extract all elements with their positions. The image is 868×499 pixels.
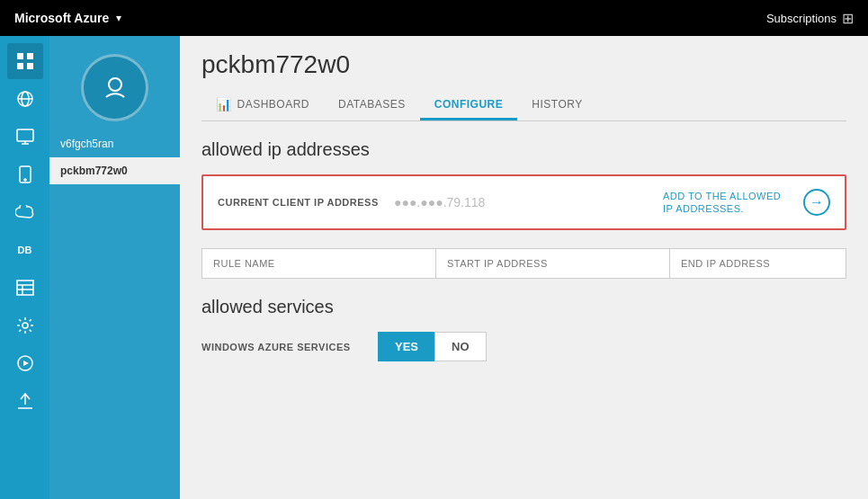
tab-bar: 📊 DASHBOARD DATABASES CONFIGURE HISTORY [201, 90, 846, 121]
sidebar: DB [0, 36, 49, 499]
tab-databases[interactable]: DATABASES [324, 91, 420, 120]
nav-panel: v6fgch5ran pckbm772w0 [49, 36, 180, 499]
add-ip-link[interactable]: ADD TO THE ALLOWED IP ADDRESSES. [663, 190, 789, 216]
sidebar-icon-database[interactable]: DB [7, 232, 43, 268]
svg-point-21 [109, 78, 121, 91]
svg-marker-18 [23, 361, 29, 366]
sidebar-icon-table[interactable] [7, 270, 43, 306]
page-title: pckbm772w0 [201, 50, 846, 79]
sidebar-icon-grid[interactable] [7, 43, 43, 79]
current-ip-box: CURRENT CLIENT IP ADDRESS ●●●.●●●.79.118… [201, 174, 846, 230]
yes-no-toggle: YES NO [378, 332, 487, 361]
allowed-services-title: allowed services [201, 297, 846, 317]
topbar-chevron[interactable]: ▾ [116, 12, 121, 24]
start-ip-input[interactable] [435, 248, 669, 279]
content-body: allowed ip addresses CURRENT CLIENT IP A… [180, 121, 868, 499]
sidebar-icon-monitor[interactable] [7, 119, 43, 155]
windows-azure-label: WINDOWS AZURE SERVICES [201, 342, 363, 352]
svg-rect-1 [27, 53, 33, 59]
content-area: pckbm772w0 📊 DASHBOARD DATABASES CONFIGU… [180, 36, 868, 499]
svg-point-16 [22, 323, 28, 328]
current-ip-label: CURRENT CLIENT IP ADDRESS [218, 197, 380, 208]
dashboard-icon: 📊 [216, 97, 232, 111]
topbar: Microsoft Azure ▾ Subscriptions ⊞ [0, 0, 868, 36]
content-header: pckbm772w0 📊 DASHBOARD DATABASES CONFIGU… [180, 36, 868, 121]
subscriptions-icon: ⊞ [842, 10, 854, 27]
sidebar-icon-mobile[interactable] [7, 156, 43, 192]
svg-rect-7 [17, 129, 33, 141]
topbar-left: Microsoft Azure ▾ [14, 11, 121, 25]
allowed-ip-title: allowed ip addresses [201, 139, 846, 160]
tab-dashboard[interactable]: 📊 DASHBOARD [201, 90, 324, 121]
svg-rect-2 [17, 63, 23, 69]
sidebar-icon-cog[interactable] [7, 307, 43, 343]
tab-history[interactable]: HISTORY [517, 91, 596, 120]
windows-azure-services-row: WINDOWS AZURE SERVICES YES NO [201, 332, 846, 361]
yes-button[interactable]: YES [378, 332, 434, 361]
sidebar-icon-cloud[interactable] [7, 194, 43, 230]
add-ip-arrow-button[interactable]: → [803, 189, 830, 216]
main-layout: DB [0, 36, 868, 499]
sidebar-icon-export[interactable] [7, 383, 43, 419]
rule-name-input[interactable] [201, 248, 435, 279]
firewall-rule-row [201, 248, 846, 279]
current-ip-value: ●●●.●●●.79.118 [394, 195, 649, 209]
sidebar-icon-globe[interactable] [7, 81, 43, 117]
tab-configure[interactable]: CONFIGURE [420, 91, 518, 120]
svg-rect-0 [17, 53, 23, 59]
subscriptions-label[interactable]: Subscriptions [766, 12, 837, 25]
svg-point-11 [24, 179, 26, 181]
svg-rect-3 [27, 63, 33, 69]
nav-avatar [81, 54, 148, 121]
no-button[interactable]: NO [434, 332, 487, 361]
nav-item-parent[interactable]: v6fgch5ran [49, 130, 180, 157]
end-ip-input[interactable] [669, 248, 846, 279]
app-logo: Microsoft Azure [14, 11, 109, 25]
topbar-right: Subscriptions ⊞ [766, 10, 854, 27]
svg-rect-12 [17, 281, 33, 295]
sidebar-icon-media[interactable] [7, 345, 43, 381]
allowed-services-section: allowed services WINDOWS AZURE SERVICES … [201, 297, 846, 361]
nav-item-selected[interactable]: pckbm772w0 [49, 157, 180, 184]
